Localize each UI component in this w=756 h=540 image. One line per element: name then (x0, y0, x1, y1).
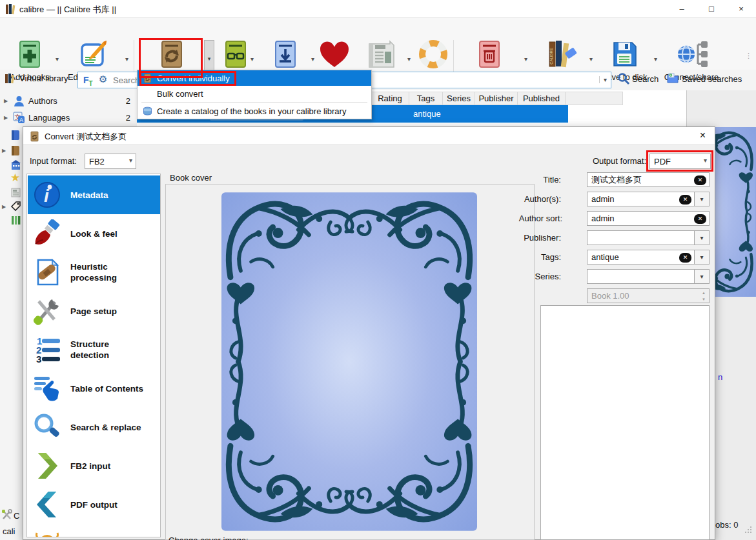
expand-arrow-icon[interactable]: ▶ (2, 204, 6, 210)
fetch-news-dropdown[interactable]: ▾ (407, 55, 411, 63)
clear-icon[interactable]: ✕ (694, 214, 706, 224)
clear-icon[interactable]: ✕ (679, 195, 691, 205)
virtual-library-button[interactable]: Virtual library (19, 74, 68, 83)
search-button[interactable]: Search (632, 74, 659, 84)
details-author-link-fragment[interactable]: n (718, 372, 722, 382)
column-header-series[interactable]: Series (443, 92, 475, 105)
series-book-icon[interactable] (10, 130, 21, 141)
saved-searches-icon[interactable] (666, 72, 679, 85)
dialog-close-button[interactable]: × (700, 130, 706, 141)
window-title: calibre — || Calibre 书库 || (19, 4, 116, 15)
dialog-title: Convert 测试文档多页 (45, 131, 127, 143)
output-format-value: PDF (654, 157, 671, 166)
sidebar-item-structure[interactable]: 123 Structure detection (28, 330, 160, 369)
save-to-disk-dropdown[interactable]: ▾ (654, 55, 657, 63)
input-format-select[interactable]: FB2▾ (85, 154, 136, 169)
resize-grip-icon[interactable] (744, 525, 753, 534)
languages-icon: 文A (13, 112, 25, 124)
publisher-icon[interactable] (10, 159, 21, 170)
authors-input[interactable]: admin ✕ (587, 192, 695, 206)
sidebar-item-toc[interactable]: Table of Contents (28, 369, 160, 408)
rating-star-icon[interactable]: ★ (10, 172, 21, 183)
expand-arrow-icon[interactable]: ▶ (4, 98, 8, 104)
news-icon[interactable] (10, 187, 21, 198)
sidebar-item-metadata[interactable]: i Metadata (28, 175, 160, 214)
tags-dropdown[interactable]: ▾ (694, 250, 710, 265)
spinner-arrows-icon[interactable]: ▲▼ (702, 290, 706, 303)
search-history-dropdown[interactable]: ▾ (599, 76, 607, 83)
title-input[interactable]: 测试文档多页 ✕ (587, 172, 710, 187)
configure-tools-icon[interactable] (1, 509, 13, 521)
sidebar-item-label: Page setup (70, 306, 148, 317)
close-button[interactable]: × (726, 0, 756, 18)
sidebar-item-debug[interactable]: Debug (28, 524, 160, 537)
series-input[interactable] (587, 269, 695, 284)
chevron-down-icon: ▾ (704, 157, 707, 164)
title-label: Title: (516, 175, 561, 185)
publisher-input[interactable] (587, 230, 695, 245)
main-toolbar: Add books ▾ Edit metadata ▾ Convert book… (0, 18, 756, 70)
convert-books-menu: Convert individually Bulk convert Create… (137, 70, 372, 119)
calibre-library-icon: CALIBRE (544, 39, 578, 69)
column-header-rating[interactable]: Rating (371, 92, 409, 105)
clear-icon[interactable]: ✕ (694, 175, 706, 185)
view-dropdown[interactable]: ▾ (250, 55, 254, 63)
library-dropdown[interactable]: ▾ (589, 55, 593, 63)
highlight-toggle-icon[interactable]: FT (83, 74, 93, 87)
author-sort-value: admin (591, 214, 614, 223)
add-books-dropdown[interactable]: ▾ (56, 55, 59, 63)
column-header-published[interactable]: Published (518, 92, 566, 105)
comments-box[interactable] (540, 305, 710, 540)
sidebar-item-heuristic[interactable]: Heuristic processing (28, 253, 160, 292)
get-books-dropdown[interactable]: ▾ (311, 55, 314, 63)
search-input[interactable]: Search (113, 75, 139, 85)
expand-arrow-icon[interactable]: ▶ (4, 115, 8, 121)
sidebar-item-look-feel[interactable]: Look & feel (28, 214, 160, 253)
formats-book-icon[interactable] (10, 145, 21, 156)
output-format-select[interactable]: PDF▾ (649, 154, 711, 169)
saved-searches-button[interactable]: Saved searches (682, 74, 742, 84)
maximize-button[interactable]: □ (697, 0, 726, 18)
magnifier-icon (33, 413, 61, 441)
author-sort-input[interactable]: admin ✕ (587, 211, 710, 226)
get-books-icon (271, 39, 300, 69)
column-header-tags[interactable]: Tags (409, 92, 443, 105)
tag-browser-authors[interactable]: ▶ Authors 2 (0, 94, 136, 109)
sidebar-item-page-setup[interactable]: Page setup (28, 292, 160, 330)
languages-count: 2 (126, 113, 130, 123)
sidebar-item-search-replace[interactable]: Search & replace (28, 408, 160, 446)
author-sort-label: Author sort: (511, 214, 562, 223)
sidebar-item-label: FB2 input (70, 461, 148, 472)
sidebar-item-fb2-input[interactable]: FB2 input (28, 446, 160, 485)
search-options-gear-icon[interactable]: ⚙ (99, 74, 107, 85)
toc-hand-icon (33, 374, 61, 403)
remove-books-dropdown[interactable]: ▾ (524, 55, 527, 63)
tags-input[interactable]: antique ✕ (587, 250, 695, 265)
save-to-disk-icon (609, 39, 639, 69)
tags-icon[interactable] (10, 201, 21, 212)
search-button-icon[interactable] (617, 72, 630, 85)
tag-browser-languages[interactable]: ▶ 文A Languages 2 (0, 110, 136, 126)
clear-icon[interactable]: ✕ (679, 253, 691, 263)
menu-item-convert-individually[interactable]: Convert individually (138, 70, 371, 86)
expand-arrow-icon[interactable]: ▶ (2, 148, 6, 154)
authors-dropdown[interactable]: ▾ (694, 192, 710, 206)
sidebar-item-pdf-output[interactable]: PDF output (28, 485, 160, 524)
column-header-publisher[interactable]: Publisher (475, 92, 518, 105)
edit-metadata-dropdown[interactable]: ▾ (125, 55, 128, 63)
convert-dialog: Convert 测试文档多页 × Input format: FB2▾ Outp… (23, 126, 715, 540)
series-dropdown[interactable]: ▾ (694, 269, 710, 284)
identifiers-icon[interactable] (10, 215, 21, 226)
toolbar-donate[interactable] (319, 40, 350, 72)
series-index-spinner[interactable]: Book 1.00 ▲▼ (587, 288, 710, 303)
svg-text:i: i (44, 186, 50, 206)
chevron-down-icon: ▾ (700, 254, 703, 261)
menu-item-bulk-convert[interactable]: Bulk convert (138, 86, 371, 101)
jobs-status-fragment[interactable]: obs: 0 (715, 520, 738, 530)
minimize-button[interactable]: – (667, 0, 697, 18)
view-icon (221, 39, 250, 69)
menu-item-create-catalog[interactable]: Create a catalog of the books in your ca… (138, 103, 371, 119)
toolbar-overflow[interactable]: ⋮ (745, 52, 752, 60)
tag-browser-label: Authors (28, 96, 57, 106)
publisher-dropdown[interactable]: ▾ (694, 230, 710, 245)
